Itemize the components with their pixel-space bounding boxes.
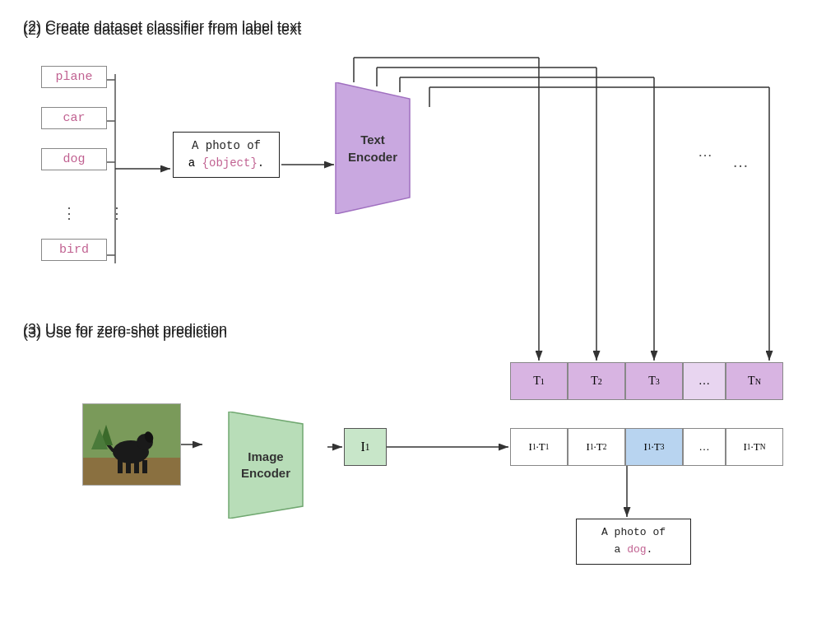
- it-cell-3: I1·T3: [625, 428, 683, 466]
- svg-rect-12: [134, 460, 139, 473]
- svg-text:…: …: [698, 143, 712, 160]
- diagram-container: (2) Create dataset classifier from label…: [0, 0, 840, 619]
- result-line1: A photo of: [601, 526, 666, 538]
- label-dog: dog: [41, 148, 107, 170]
- result-dog: dog: [627, 543, 646, 556]
- dots-labels: ⋮: [62, 204, 77, 222]
- svg-rect-13: [142, 460, 147, 473]
- section2-title: (3) Use for zero-shot prediction: [23, 321, 227, 338]
- label-plane: plane: [41, 66, 107, 88]
- text-encoder-shape: Text Encoder: [311, 82, 434, 214]
- dots-bracket: ⋮: [109, 204, 124, 222]
- svg-text:Encoder: Encoder: [348, 150, 397, 164]
- template-box: A photo of a {object}.: [173, 132, 280, 178]
- t-row: T1 T2 T3 … TN: [510, 362, 783, 400]
- section1-title: (2) Create dataset classifier from label…: [23, 18, 301, 35]
- it-cell-1: I1·T1: [510, 428, 568, 466]
- i1-box: I1: [344, 428, 387, 466]
- svg-marker-0: [336, 82, 410, 214]
- t-cell-3: T3: [625, 362, 683, 400]
- label-car: car: [41, 107, 107, 129]
- svg-text:Encoder: Encoder: [241, 466, 290, 480]
- result-box: A photo of a dog.: [576, 519, 691, 565]
- t-cell-dots: …: [683, 362, 726, 400]
- svg-text:Image: Image: [248, 449, 283, 463]
- it-cell-2: I1·T2: [568, 428, 625, 466]
- template-line2: a {object}.: [188, 156, 264, 170]
- svg-marker-3: [229, 412, 303, 519]
- svg-rect-10: [118, 460, 123, 473]
- svg-rect-11: [126, 460, 131, 473]
- image-encoder-shape: Image Encoder: [204, 412, 327, 519]
- it-cell-dots: …: [683, 428, 726, 466]
- result-line2: a dog.: [615, 543, 653, 556]
- svg-text:Text: Text: [360, 133, 385, 147]
- t-cell-2: T2: [568, 362, 625, 400]
- dog-image: [82, 403, 181, 486]
- t-cell-1: T1: [510, 362, 568, 400]
- object-placeholder: {object}: [202, 156, 258, 170]
- it-cell-n: I1·TN: [726, 428, 783, 466]
- template-line1: A photo of: [192, 139, 261, 152]
- it-row: I1·T1 I1·T2 I1·T3 … I1·TN: [510, 428, 783, 466]
- top-dots: …: [732, 152, 749, 171]
- label-bird: bird: [41, 239, 107, 261]
- t-cell-n: TN: [726, 362, 783, 400]
